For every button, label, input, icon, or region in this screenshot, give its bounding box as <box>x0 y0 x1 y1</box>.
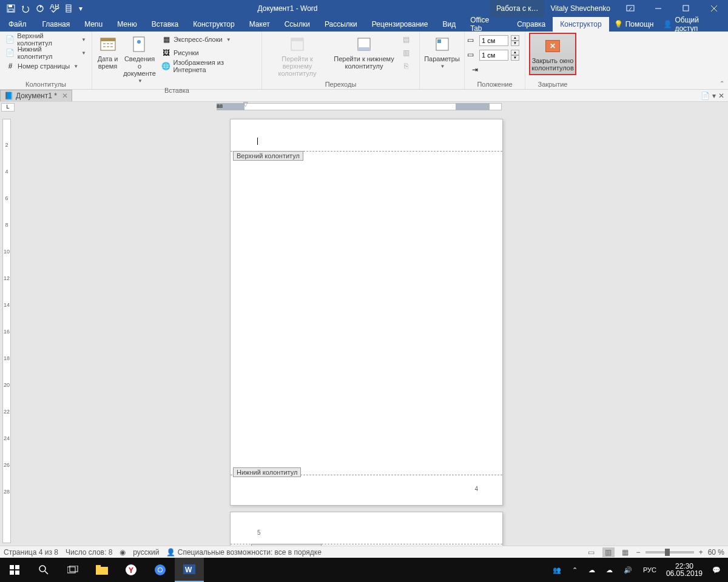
quick-parts-button[interactable]: ▦Экспресс-блоки▼ <box>158 33 259 46</box>
tab-menu[interactable]: Menu <box>77 17 110 32</box>
close-button[interactable] <box>700 0 728 17</box>
tab-layout[interactable]: Макет <box>242 17 277 32</box>
status-accessibility[interactable]: 👤 Специальные возможности: все в порядке <box>166 548 321 557</box>
explorer-button[interactable] <box>87 558 116 582</box>
minimize-button[interactable] <box>644 0 672 17</box>
status-words[interactable]: Число слов: 8 <box>66 548 112 557</box>
zoom-thumb[interactable] <box>665 549 670 556</box>
start-button[interactable] <box>0 558 29 582</box>
svg-text:Y: Y <box>129 566 133 575</box>
tab-view[interactable]: Вид <box>435 17 463 32</box>
page-number-button[interactable]: #Номер страницы▼ <box>2 59 81 73</box>
onedrive2-icon[interactable]: ☁ <box>601 566 618 574</box>
clock[interactable]: 22:30 06.05.2019 <box>662 563 706 577</box>
tab-design[interactable]: Конструктор <box>186 17 241 32</box>
options-button[interactable]: Параметры▼ <box>423 33 462 71</box>
doc-tab[interactable]: 📘 Документ1 * ✕ <box>0 90 72 101</box>
tab-file[interactable]: Файл <box>0 17 35 32</box>
file-button[interactable] <box>62 0 76 17</box>
onedrive-icon[interactable]: ☁ <box>584 566 600 574</box>
indent-marker[interactable]: ▽ <box>243 101 248 107</box>
spin-down[interactable]: ▼ <box>511 41 519 46</box>
status-lang[interactable]: русский <box>133 548 159 557</box>
zoom-in[interactable]: + <box>699 548 703 557</box>
doctabs-dropdown[interactable]: ▾ <box>712 92 716 100</box>
spellcheck-button[interactable]: ABC <box>47 0 62 17</box>
status-page[interactable]: Страница 4 из 8 <box>4 548 58 557</box>
tab-menu2[interactable]: Меню <box>110 17 144 32</box>
tell-me[interactable]: 💡 Помощн <box>609 17 659 32</box>
close-header-footer-button[interactable]: ✕ Закрыть окно колонтитулов <box>529 33 576 75</box>
zoom-slider[interactable] <box>645 551 694 554</box>
quick-access-toolbar: ABC ▾ <box>0 0 85 17</box>
view-read-button[interactable]: ▭ <box>585 547 598 557</box>
goto-header-button: Перейти к верхнему колонтитулу <box>265 33 330 79</box>
group-headers-footers: 📄Верхний колонтитул▼ 📄Нижний колонтитул▼… <box>0 32 92 89</box>
goto-footer-button[interactable]: Перейти к нижнему колонтитулу <box>331 33 397 72</box>
online-pictures-button[interactable]: 🌐Изображения из Интернета <box>158 59 259 73</box>
tab-home[interactable]: Главная <box>35 17 78 32</box>
document-canvas[interactable]: Верхний колонтитул Нижний колонтитул 4 5… <box>13 113 728 546</box>
task-view-button[interactable] <box>58 558 87 582</box>
header-top-icon: ▭ <box>467 36 477 45</box>
ribbon-display-button[interactable] <box>616 0 644 17</box>
action-center-icon[interactable]: 💬 <box>707 566 726 574</box>
footer-from-bottom[interactable]: ▭ 1 см ▲▼ <box>467 48 519 62</box>
horizontal-ruler[interactable]: 2 2 4 6 8 10 12 14 16 18 ▽ <box>217 102 502 112</box>
header-from-top-value[interactable]: 1 см <box>479 35 508 46</box>
view-web-button[interactable]: ▦ <box>619 547 632 557</box>
word-button[interactable]: W <box>175 558 204 582</box>
ribbon: 📄Верхний колонтитул▼ 📄Нижний колонтитул▼… <box>0 32 728 90</box>
tab-insert[interactable]: Вставка <box>144 17 186 32</box>
pictures-button[interactable]: 🖼Рисунки <box>158 46 259 59</box>
new-doc-button[interactable]: 📄 <box>701 92 710 100</box>
volume-icon[interactable]: 🔊 <box>619 566 637 574</box>
qat-dropdown[interactable]: ▾ <box>76 0 85 17</box>
maximize-button[interactable] <box>672 0 700 17</box>
tab-help[interactable]: Справка <box>510 17 553 32</box>
save-button[interactable] <box>4 0 18 17</box>
header-from-top[interactable]: ▭ 1 см ▲▼ <box>467 34 519 47</box>
status-record[interactable]: ◉ <box>120 548 126 557</box>
tab-review[interactable]: Рецензирование <box>365 17 436 32</box>
search-button[interactable] <box>29 558 58 582</box>
page[interactable]: 5 Верхний колонтитул <box>230 512 503 546</box>
group-label: Колонтитулы <box>2 79 89 89</box>
tab-selector[interactable]: L <box>1 103 15 112</box>
titlebar: ABC ▾ Документ1 - Word Работа с к… Vital… <box>0 0 728 17</box>
undo-button[interactable] <box>18 0 33 17</box>
clock-date: 06.05.2019 <box>666 570 703 577</box>
taskbar: Y W 👥 ⌃ ☁ ☁ 🔊 РУС 22:30 06.05.2019 💬 <box>0 558 728 582</box>
tab-officetab[interactable]: Office Tab <box>463 17 510 32</box>
zoom-level[interactable]: 60 % <box>708 548 724 557</box>
spin-up[interactable]: ▲ <box>511 35 519 41</box>
view-print-button[interactable]: ▥ <box>602 547 615 557</box>
footer-button[interactable]: 📄Нижний колонтитул▼ <box>2 46 89 59</box>
doc-tab-close[interactable]: ✕ <box>62 92 68 100</box>
page[interactable]: Верхний колонтитул Нижний колонтитул 4 <box>230 119 503 506</box>
insert-tab-button[interactable]: ⇥ <box>467 63 483 76</box>
zoom-out[interactable]: − <box>636 548 641 557</box>
yandex-button[interactable]: Y <box>116 558 146 582</box>
people-button[interactable]: 👥 <box>548 566 566 574</box>
doctabs-close-all[interactable]: ✕ <box>718 92 724 100</box>
date-time-button[interactable]: Дата и время <box>95 33 121 72</box>
spin-up[interactable]: ▲ <box>511 50 519 55</box>
chrome-button[interactable] <box>146 558 175 582</box>
footer-from-bottom-value[interactable]: 1 см <box>479 50 508 61</box>
tab-hf-design[interactable]: Конструктор <box>553 17 608 32</box>
goto-header-icon <box>288 35 307 54</box>
tray-chevron[interactable]: ⌃ <box>567 566 582 574</box>
tab-mailings[interactable]: Рассылки <box>317 17 365 32</box>
lightbulb-icon: 💡 <box>614 20 623 28</box>
spin-down[interactable]: ▼ <box>511 55 519 61</box>
ribbon-collapse-button[interactable]: ⌃ <box>720 80 724 87</box>
lang-indicator[interactable]: РУС <box>638 566 661 574</box>
tab-references[interactable]: Ссылки <box>277 17 317 32</box>
share-button[interactable]: 👤 Общий доступ <box>658 17 728 32</box>
redo-button[interactable] <box>33 0 47 17</box>
horizontal-ruler-bar: L 2 2 4 6 8 10 12 14 16 18 ▽ <box>0 102 728 113</box>
doc-info-button[interactable]: Сведения о документе▼ <box>122 33 157 85</box>
vertical-ruler[interactable] <box>0 113 13 546</box>
header-button[interactable]: 📄Верхний колонтитул▼ <box>2 33 89 46</box>
